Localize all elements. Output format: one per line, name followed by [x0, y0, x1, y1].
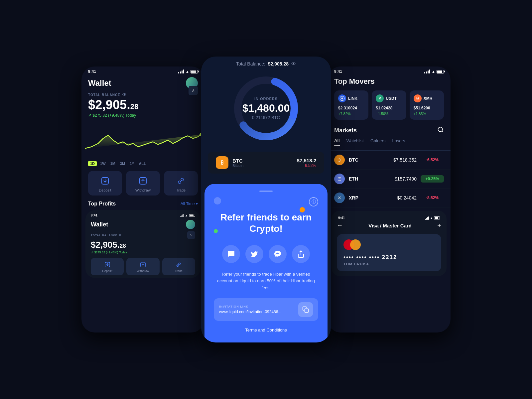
invite-link-label: INVITATION LINK [219, 305, 281, 308]
nested-withdraw-label: Withdraw [137, 269, 149, 273]
btc-market-price: $7,518.352 [393, 157, 417, 163]
balance-change: ↗ $275.82 (+9.48%) Today [88, 113, 198, 118]
xmr-price: $51.6200 [414, 106, 440, 110]
mover-card-link[interactable]: LINK $2.310024 +7.82% [334, 90, 368, 120]
deco-dot-green [214, 229, 218, 233]
status-bar-right: 9:41 ▲ [328, 66, 451, 75]
signal-icon [178, 69, 184, 73]
trade-button[interactable]: Trade [164, 171, 198, 196]
donut-center-text: IN ORDERS $1,480.00 0.214672 BTC [242, 97, 290, 120]
time-btn-3m[interactable]: 3M [119, 161, 126, 166]
terms-link[interactable]: Terms and Conditions [214, 328, 318, 332]
center-eye-icon[interactable]: 👁 [291, 61, 296, 66]
deco-dot-orange [300, 207, 305, 212]
invite-link-content: INVITATION LINK www.liquid.com/invitatio… [219, 305, 281, 314]
main-balance: $2,905.28 [88, 98, 198, 111]
xmr-change: +1.85% [414, 112, 440, 116]
time-btn-all[interactable]: ALL [138, 161, 147, 166]
wifi-icon: ▲ [186, 69, 189, 73]
nested-deposit-icon [104, 261, 111, 268]
market-row-xrp[interactable]: ✕ XRP $0.24042 -8.52% [328, 189, 451, 207]
card-battery [434, 216, 440, 219]
tab-all[interactable]: All [334, 138, 340, 146]
withdraw-button[interactable]: Withdraw [126, 171, 160, 196]
markets-search-button[interactable] [437, 126, 444, 135]
chart-area [81, 121, 204, 161]
nested-withdraw-button[interactable]: Withdraw [126, 258, 159, 275]
time-btn-1m[interactable]: 1M [109, 161, 117, 166]
eth-market-price: $157.7490 [395, 176, 417, 182]
balance-section: TOTAL BALANCE 👁 ∧ $2,905.28 ↗ $275.82 (+… [81, 92, 204, 121]
top-movers-list: LINK $2.310024 +7.82% ₮ USDT $1.02428 +1… [328, 90, 451, 126]
copy-link-button[interactable] [298, 302, 313, 317]
link-symbol: LINK [348, 96, 357, 101]
eth-market-change: +0.25% [421, 175, 444, 183]
deposit-button[interactable]: Deposit [88, 171, 122, 196]
nested-trade-icon [175, 261, 182, 268]
time-btn-1y[interactable]: 1Y [128, 161, 135, 166]
balance-label: TOTAL BALANCE 👁 [88, 92, 127, 97]
center-balance-label-text: Total Balance: [236, 61, 265, 66]
nested-trade-label: Trade [175, 269, 183, 273]
center-balance-amount: $2,905.28 [268, 61, 289, 66]
link-icon [338, 94, 346, 102]
share-messenger-button[interactable] [269, 245, 287, 263]
nested-balance-label: TOTAL BALANCE 👁 ~ [85, 231, 200, 239]
referral-header: ⓘ [214, 197, 318, 206]
wallet-header: Wallet [81, 75, 204, 92]
card-add-button[interactable]: + [437, 222, 441, 229]
withdraw-icon [138, 176, 148, 186]
eye-icon[interactable]: 👁 [122, 92, 127, 97]
tab-losers[interactable]: Losers [392, 138, 405, 146]
tab-gainers[interactable]: Gainers [370, 138, 386, 146]
card-back-button[interactable]: ← [337, 222, 343, 229]
nested-tilde-btn[interactable]: ~ [187, 231, 195, 239]
center-total-balance-bar: Total Balance: $2,905.28 👁 [201, 57, 331, 66]
trade-icon [176, 176, 186, 186]
crypto-fullname: Bitcoin [232, 164, 243, 168]
share-upload-button[interactable] [292, 245, 310, 263]
twitter-icon [250, 250, 258, 258]
message-icon [227, 250, 235, 258]
crypto-change: 6.52% [297, 163, 316, 168]
battery-icon [191, 70, 198, 73]
share-twitter-button[interactable] [245, 245, 263, 263]
nested-phone: 9:41 ▲ Wallet [85, 210, 200, 278]
nested-eye-icon[interactable]: 👁 [119, 234, 122, 237]
collapse-button[interactable]: ∧ [189, 86, 198, 95]
time-btn-1w[interactable]: 1W [99, 161, 107, 166]
tab-watchlist[interactable]: Watchlist [346, 138, 364, 146]
drag-handle [259, 191, 273, 192]
xrp-market-symbol: XRP [349, 195, 358, 200]
all-time-dropdown[interactable]: All Time ▾ [181, 201, 198, 206]
btc-icon: ₿ [216, 156, 228, 169]
markets-title: Markets [334, 127, 357, 134]
nested-wallet-header: Wallet [85, 218, 200, 231]
left-phone: 9:41 ▲ Wallet [81, 66, 204, 332]
nested-deposit-button[interactable]: Deposit [91, 258, 124, 275]
status-icons-left: ▲ [178, 69, 198, 73]
status-time-left: 9:41 [88, 69, 96, 74]
btc-market-icon: ₿ [334, 155, 345, 165]
time-btn-1d[interactable]: 1D [88, 161, 97, 166]
market-row-btc[interactable]: ₿ BTC $7,518.352 -6.52% [328, 151, 451, 170]
nested-trade-button[interactable]: Trade [162, 258, 195, 275]
top-profits-header: Top Profits All Time ▾ [81, 201, 204, 207]
card-section: 9:41 ▲ ← Visa / Master Card [332, 211, 447, 276]
mover-card-xmr[interactable]: M XMR $51.6200 +1.85% [410, 90, 444, 120]
eth-market-icon: Ξ [334, 174, 345, 184]
info-icon-button[interactable]: ⓘ [309, 197, 318, 206]
status-icons-right: ▲ [424, 69, 444, 73]
card-holder: TOM CRUISE [343, 262, 435, 266]
crypto-symbol: BTC [232, 158, 243, 164]
market-row-eth[interactable]: Ξ ETH $157.7490 +0.25% [328, 170, 451, 189]
usdt-price: $1.02428 [376, 106, 402, 110]
share-message-button[interactable] [222, 245, 240, 263]
mover-top-usdt: ₮ USDT [376, 94, 402, 102]
mover-card-usdt[interactable]: ₮ USDT $1.02428 +1.50% [372, 90, 406, 120]
nested-balance-change: ↗ $275.82 (+9.48%) Today [85, 251, 200, 257]
link-price: $2.310024 [338, 106, 364, 110]
referral-description: Refer your friends to trade Hbar with a … [214, 271, 318, 292]
xrp-market-change: -8.52% [421, 194, 444, 201]
status-time-right: 9:41 [334, 69, 342, 74]
